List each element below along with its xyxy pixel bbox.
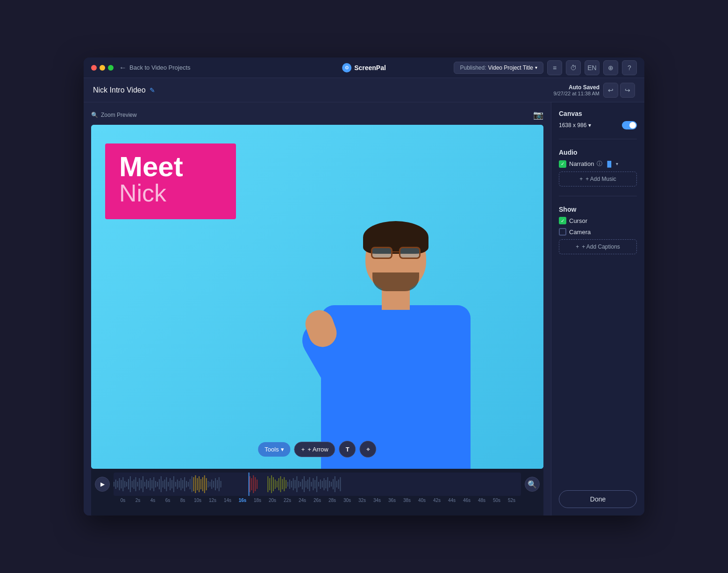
svg-rect-32 [171,480,172,488]
svg-rect-59 [221,481,221,487]
narration-bars-icon[interactable]: ▐▌ [605,161,613,167]
maximize-button[interactable] [108,65,114,71]
text-tool-icon: T [346,446,350,453]
meet-text: Meet [119,153,222,181]
layers-icon-button[interactable]: ⊕ [603,60,618,75]
canvas-size-value: 1638 x 986 [559,122,586,129]
canvas-section: Canvas 1638 x 986 ▾ [559,110,637,129]
add-captions-label: + Add Captions [582,244,620,250]
project-bar: Nick Intro Video ✎ Auto Saved 9/27/22 at… [84,78,644,102]
checkmark-icon: ✓ [561,161,564,166]
svg-rect-95 [322,481,323,487]
svg-rect-5 [122,477,123,491]
person-glasses [370,247,421,260]
svg-rect-89 [311,482,312,487]
done-label: Done [590,495,606,503]
svg-rect-66 [269,478,270,490]
cursor-tool-button[interactable]: ⌖ [360,441,377,458]
svg-rect-65 [267,476,268,492]
canvas-size-button[interactable]: 1638 x 986 ▾ [559,122,591,129]
svg-rect-98 [327,477,328,491]
ruler-mark-16s[interactable]: 16s [235,498,250,503]
ruler-mark-8s: 8s [175,498,190,503]
back-arrow-icon: ← [119,64,127,72]
svg-rect-90 [313,478,314,490]
svg-rect-14 [139,478,140,490]
camera-checkbox[interactable] [559,228,566,236]
narration-info-icon[interactable]: ⓘ [597,160,602,168]
text-tool-button[interactable]: T [339,441,356,458]
add-music-button[interactable]: + + Add Music [559,172,637,186]
svg-rect-72 [280,476,281,492]
autosave-text: Auto Saved 9/27/22 at 11:38 AM [554,84,600,96]
narration-chevron-icon[interactable]: ▾ [616,161,618,166]
svg-rect-6 [124,481,125,487]
ruler-mark-34s: 34s [370,498,385,503]
svg-rect-93 [318,482,319,487]
svg-rect-34 [175,482,176,487]
svg-rect-86 [306,481,307,487]
cursor-tool-icon: ⌖ [366,445,370,453]
svg-rect-67 [271,475,272,493]
svg-rect-21 [151,480,152,488]
tools-chevron-icon: ▾ [281,446,284,453]
ruler-mark-24s: 24s [295,498,310,503]
timeline: ▶ [91,469,543,516]
timeline-search-button[interactable]: 🔍 [525,477,540,492]
done-button[interactable]: Done [559,490,637,508]
undo-redo-group: ↩ ↪ [603,83,635,98]
person-container [298,216,494,469]
ruler-mark-36s: 36s [385,498,400,503]
undo-button[interactable]: ↩ [603,83,618,98]
waveform-container[interactable]: 0:16:00 [114,473,521,496]
publish-button[interactable]: Published: Video Project Title ▾ [454,62,543,74]
svg-rect-7 [126,482,127,487]
zoom-preview-button[interactable]: 🔍 Zoom Preview [91,112,137,118]
back-button[interactable]: ← Back to Video Projects [119,64,191,72]
canvas-chevron-icon: ▾ [588,122,591,129]
svg-rect-16 [143,476,143,492]
redo-button[interactable]: ↪ [620,83,635,98]
svg-rect-36 [179,481,180,487]
language-icon-button[interactable]: EN [585,60,600,75]
arrow-button[interactable]: + + Arrow [294,442,335,457]
svg-rect-30 [168,482,169,487]
close-button[interactable] [91,65,97,71]
person-beard [372,272,419,291]
narration-row: ✓ Narration ⓘ ▐▌ ▾ [559,160,637,168]
svg-rect-31 [170,478,171,490]
minimize-button[interactable] [100,65,105,71]
svg-rect-26 [161,476,162,492]
app-name: ScreenPal [354,64,386,72]
ruler-mark-20s: 20s [265,498,280,503]
editor-area: 🔍 Zoom Preview 📷 [84,102,551,516]
edit-title-icon[interactable]: ✎ [150,86,155,94]
svg-rect-13 [137,482,138,487]
nick-text: Nick [119,181,222,205]
svg-rect-28 [164,480,165,489]
svg-rect-54 [211,480,212,489]
ruler-mark-12s: 12s [205,498,220,503]
svg-rect-53 [209,482,210,487]
project-title-container: Nick Intro Video ✎ [93,86,155,94]
cursor-checkbox[interactable]: ✓ [559,217,566,224]
cursor-row: ✓ Cursor [559,217,637,224]
play-button[interactable]: ▶ [95,477,110,492]
ruler-mark-14s: 14s [220,498,235,503]
sidebar-spacer [559,262,637,483]
ruler-mark-52s: 52s [504,498,519,503]
tools-button[interactable]: Tools ▾ [258,442,290,457]
svg-rect-88 [309,477,310,491]
screenshot-icon[interactable]: 📷 [533,110,543,120]
svg-rect-73 [282,479,283,489]
list-icon-button[interactable]: ≡ [547,60,562,75]
svg-rect-64 [257,480,257,489]
svg-rect-37 [180,478,181,490]
svg-rect-94 [320,480,321,489]
clock-icon-button[interactable]: ⏱ [566,60,581,75]
help-icon-button[interactable]: ? [622,60,637,75]
canvas-toggle[interactable] [622,121,637,129]
narration-checkbox[interactable]: ✓ [559,160,566,168]
svg-rect-3 [119,478,120,490]
add-captions-button[interactable]: + + Add Captions [559,239,637,254]
